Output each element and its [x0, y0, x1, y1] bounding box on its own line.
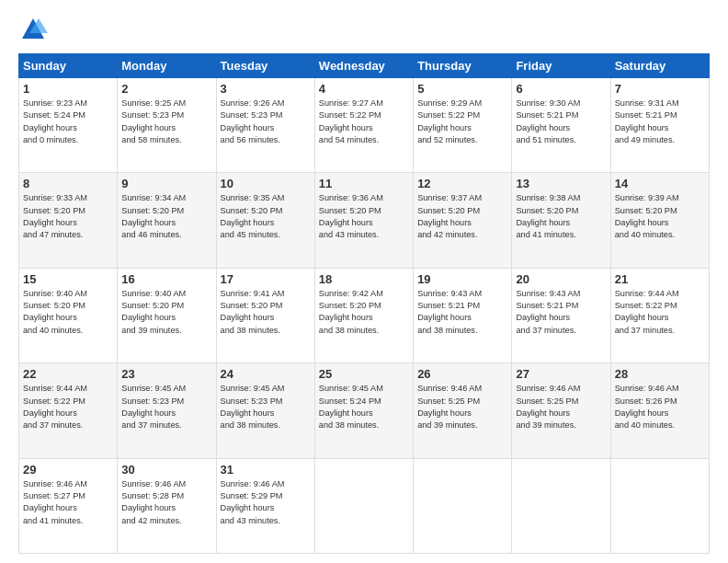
- day-info: Sunrise: 9:23 AMSunset: 5:24 PMDaylight …: [23, 98, 113, 146]
- day-header-saturday: Saturday: [610, 54, 709, 78]
- day-info: Sunrise: 9:25 AMSunset: 5:23 PMDaylight …: [121, 98, 211, 146]
- day-number: 5: [417, 82, 507, 96]
- day-number: 16: [121, 272, 211, 286]
- calendar-cell: 16Sunrise: 9:40 AMSunset: 5:20 PMDayligh…: [118, 268, 216, 362]
- calendar-cell: 29Sunrise: 9:46 AMSunset: 5:27 PMDayligh…: [19, 458, 118, 553]
- day-number: 22: [23, 367, 113, 381]
- day-number: 23: [121, 367, 211, 381]
- day-number: 12: [417, 177, 507, 190]
- calendar-cell: 3Sunrise: 9:26 AMSunset: 5:23 PMDaylight…: [216, 78, 314, 173]
- calendar-cell: 12Sunrise: 9:37 AMSunset: 5:20 PMDayligh…: [414, 173, 512, 268]
- calendar-cell: 18Sunrise: 9:42 AMSunset: 5:20 PMDayligh…: [314, 268, 413, 362]
- day-number: 17: [221, 272, 311, 286]
- day-number: 31: [221, 463, 311, 477]
- day-info: Sunrise: 9:35 AMSunset: 5:20 PMDaylight …: [221, 192, 311, 241]
- day-number: 18: [319, 272, 409, 286]
- calendar-body: 1Sunrise: 9:23 AMSunset: 5:24 PMDaylight…: [19, 78, 710, 554]
- calendar-cell: [414, 458, 512, 553]
- calendar-cell: 4Sunrise: 9:27 AMSunset: 5:22 PMDaylight…: [314, 78, 413, 173]
- day-info: Sunrise: 9:40 AMSunset: 5:20 PMDaylight …: [121, 288, 211, 337]
- week-row-1: 8Sunrise: 9:33 AMSunset: 5:20 PMDaylight…: [19, 173, 710, 268]
- day-info: Sunrise: 9:45 AMSunset: 5:23 PMDaylight …: [221, 383, 311, 431]
- day-number: 21: [615, 272, 705, 286]
- day-number: 8: [23, 177, 113, 190]
- day-number: 25: [319, 367, 409, 381]
- day-info: Sunrise: 9:39 AMSunset: 5:20 PMDaylight …: [615, 192, 705, 241]
- day-info: Sunrise: 9:36 AMSunset: 5:20 PMDaylight …: [319, 192, 409, 241]
- day-header-wednesday: Wednesday: [314, 54, 413, 78]
- calendar-cell: 26Sunrise: 9:46 AMSunset: 5:25 PMDayligh…: [414, 363, 512, 458]
- day-number: 26: [417, 367, 507, 381]
- day-info: Sunrise: 9:37 AMSunset: 5:20 PMDaylight …: [417, 192, 507, 241]
- day-number: 19: [417, 272, 507, 286]
- day-number: 7: [615, 82, 705, 96]
- day-number: 3: [221, 82, 311, 96]
- calendar-cell: 24Sunrise: 9:45 AMSunset: 5:23 PMDayligh…: [216, 363, 314, 458]
- day-number: 1: [23, 82, 113, 96]
- day-info: Sunrise: 9:31 AMSunset: 5:21 PMDaylight …: [615, 98, 705, 146]
- calendar-cell: 1Sunrise: 9:23 AMSunset: 5:24 PMDaylight…: [19, 78, 118, 173]
- day-info: Sunrise: 9:41 AMSunset: 5:20 PMDaylight …: [221, 288, 311, 337]
- calendar-cell: 15Sunrise: 9:40 AMSunset: 5:20 PMDayligh…: [19, 268, 118, 362]
- calendar-cell: 31Sunrise: 9:46 AMSunset: 5:29 PMDayligh…: [216, 458, 314, 553]
- calendar-cell: 17Sunrise: 9:41 AMSunset: 5:20 PMDayligh…: [216, 268, 314, 362]
- day-info: Sunrise: 9:46 AMSunset: 5:26 PMDaylight …: [615, 383, 705, 431]
- day-header-monday: Monday: [118, 54, 216, 78]
- calendar-cell: 2Sunrise: 9:25 AMSunset: 5:23 PMDaylight…: [118, 78, 216, 173]
- day-header-sunday: Sunday: [19, 54, 118, 78]
- day-info: Sunrise: 9:40 AMSunset: 5:20 PMDaylight …: [23, 288, 113, 337]
- day-info: Sunrise: 9:42 AMSunset: 5:20 PMDaylight …: [319, 288, 409, 337]
- day-number: 2: [121, 82, 211, 96]
- day-info: Sunrise: 9:46 AMSunset: 5:25 PMDaylight …: [516, 383, 606, 431]
- calendar-cell: 30Sunrise: 9:46 AMSunset: 5:28 PMDayligh…: [118, 458, 216, 553]
- day-header-tuesday: Tuesday: [216, 54, 314, 78]
- day-info: Sunrise: 9:27 AMSunset: 5:22 PMDaylight …: [319, 98, 409, 146]
- calendar-cell: 25Sunrise: 9:45 AMSunset: 5:24 PMDayligh…: [314, 363, 413, 458]
- calendar-cell: 23Sunrise: 9:45 AMSunset: 5:23 PMDayligh…: [118, 363, 216, 458]
- calendar-cell: 14Sunrise: 9:39 AMSunset: 5:20 PMDayligh…: [610, 173, 709, 268]
- day-info: Sunrise: 9:46 AMSunset: 5:27 PMDaylight …: [23, 478, 113, 527]
- week-row-0: 1Sunrise: 9:23 AMSunset: 5:24 PMDaylight…: [19, 78, 710, 173]
- day-number: 27: [516, 367, 606, 381]
- day-header-friday: Friday: [512, 54, 610, 78]
- calendar-cell: [512, 458, 610, 553]
- calendar-cell: 10Sunrise: 9:35 AMSunset: 5:20 PMDayligh…: [216, 173, 314, 268]
- page: SundayMondayTuesdayWednesdayThursdayFrid…: [0, 0, 728, 563]
- day-info: Sunrise: 9:46 AMSunset: 5:29 PMDaylight …: [221, 478, 311, 527]
- calendar-cell: 28Sunrise: 9:46 AMSunset: 5:26 PMDayligh…: [610, 363, 709, 458]
- calendar-cell: 6Sunrise: 9:30 AMSunset: 5:21 PMDaylight…: [512, 78, 610, 173]
- logo-icon: [18, 15, 48, 44]
- day-number: 14: [615, 177, 705, 190]
- calendar: SundayMondayTuesdayWednesdayThursdayFrid…: [18, 53, 710, 554]
- day-number: 15: [23, 272, 113, 286]
- calendar-cell: 9Sunrise: 9:34 AMSunset: 5:20 PMDaylight…: [118, 173, 216, 268]
- day-number: 11: [319, 177, 409, 190]
- week-row-2: 15Sunrise: 9:40 AMSunset: 5:20 PMDayligh…: [19, 268, 710, 362]
- calendar-cell: 8Sunrise: 9:33 AMSunset: 5:20 PMDaylight…: [19, 173, 118, 268]
- calendar-header: SundayMondayTuesdayWednesdayThursdayFrid…: [19, 54, 710, 78]
- header-row: SundayMondayTuesdayWednesdayThursdayFrid…: [19, 54, 710, 78]
- day-number: 4: [319, 82, 409, 96]
- day-number: 13: [516, 177, 606, 190]
- day-info: Sunrise: 9:46 AMSunset: 5:25 PMDaylight …: [417, 383, 507, 431]
- day-info: Sunrise: 9:46 AMSunset: 5:28 PMDaylight …: [121, 478, 211, 527]
- day-number: 6: [516, 82, 606, 96]
- day-number: 29: [23, 463, 113, 477]
- day-info: Sunrise: 9:38 AMSunset: 5:20 PMDaylight …: [516, 192, 606, 241]
- calendar-cell: 21Sunrise: 9:44 AMSunset: 5:22 PMDayligh…: [610, 268, 709, 362]
- day-info: Sunrise: 9:45 AMSunset: 5:24 PMDaylight …: [319, 383, 409, 431]
- day-number: 28: [615, 367, 705, 381]
- calendar-cell: 19Sunrise: 9:43 AMSunset: 5:21 PMDayligh…: [414, 268, 512, 362]
- calendar-cell: 5Sunrise: 9:29 AMSunset: 5:22 PMDaylight…: [414, 78, 512, 173]
- day-info: Sunrise: 9:43 AMSunset: 5:21 PMDaylight …: [516, 288, 606, 337]
- week-row-3: 22Sunrise: 9:44 AMSunset: 5:22 PMDayligh…: [19, 363, 710, 458]
- day-info: Sunrise: 9:33 AMSunset: 5:20 PMDaylight …: [23, 192, 113, 241]
- week-row-4: 29Sunrise: 9:46 AMSunset: 5:27 PMDayligh…: [19, 458, 710, 553]
- day-info: Sunrise: 9:44 AMSunset: 5:22 PMDaylight …: [615, 288, 705, 337]
- calendar-cell: 27Sunrise: 9:46 AMSunset: 5:25 PMDayligh…: [512, 363, 610, 458]
- calendar-cell: 13Sunrise: 9:38 AMSunset: 5:20 PMDayligh…: [512, 173, 610, 268]
- calendar-cell: 7Sunrise: 9:31 AMSunset: 5:21 PMDaylight…: [610, 78, 709, 173]
- logo: [18, 15, 51, 44]
- calendar-cell: 22Sunrise: 9:44 AMSunset: 5:22 PMDayligh…: [19, 363, 118, 458]
- day-number: 9: [121, 177, 211, 190]
